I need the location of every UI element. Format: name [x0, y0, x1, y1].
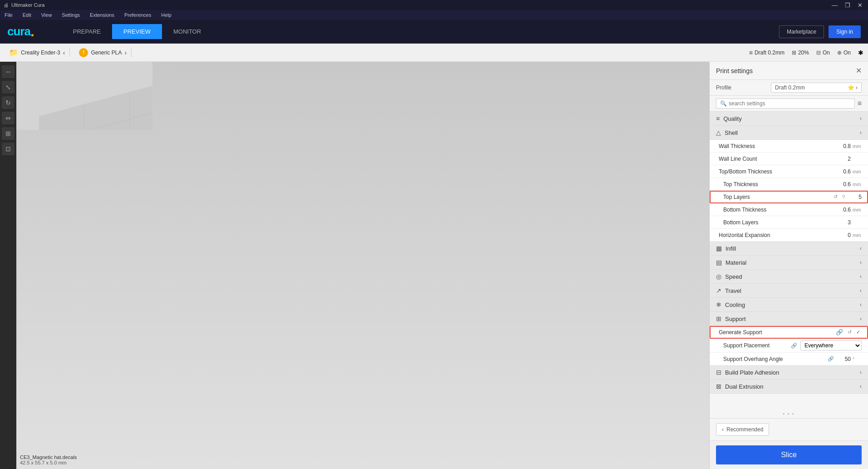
tool-select[interactable]: ⊡	[2, 143, 15, 155]
quality-label: Quality	[723, 115, 741, 122]
quality-arrow: ‹	[860, 115, 862, 122]
support-info: ⊟ On	[816, 49, 830, 56]
signin-button[interactable]: Sign in	[829, 25, 861, 38]
setting-support-angle[interactable]: Support Overhang Angle 🔗 50 °	[710, 353, 868, 365]
support-reset-icon[interactable]: ↺	[846, 329, 853, 336]
category-build-plate[interactable]: ⊟ Build Plate Adhesion ‹	[710, 365, 868, 380]
slice-area: Slice	[710, 440, 868, 469]
top-layers-controls: ↺ ?	[832, 193, 846, 200]
category-support[interactable]: ⊞ Support ›	[710, 312, 868, 326]
dual-extrusion-label: Dual Extrusion	[725, 383, 764, 390]
menu-extensions[interactable]: Extensions	[88, 11, 116, 19]
quality-icon: ≡	[716, 115, 720, 122]
menu-preferences[interactable]: Preferences	[123, 11, 153, 19]
infill-info: ⊞ 20%	[792, 49, 809, 56]
profile-label: Profile	[716, 84, 731, 91]
placement-select[interactable]: Everywhere Touching Buildplate	[800, 341, 862, 351]
left-sidebar: ↔ ⤡ ↻ ⇔ ⊞ ⊡	[0, 62, 16, 469]
dual-extrusion-icon: ⊠	[716, 383, 721, 390]
infill-icon: ⊞	[792, 49, 796, 56]
adhesion-info: ⊕ On	[837, 49, 851, 56]
profile-dropdown[interactable]: Draft 0.2mm ⭐ ›	[771, 83, 862, 93]
support-link-icon[interactable]: 🔗	[834, 328, 844, 336]
titlebar-controls[interactable]: — ❐ ✕	[830, 2, 864, 9]
setting-bottom-layers[interactable]: Bottom Layers 3	[710, 216, 868, 229]
setting-top-thickness[interactable]: Top Thickness 0.6 mm	[710, 178, 868, 191]
tab-monitor[interactable]: MONITOR	[162, 24, 212, 39]
settings-icon[interactable]: ✱	[858, 49, 863, 56]
build-plate-icon: ⊟	[716, 369, 721, 376]
support-icon: ⊟	[816, 49, 821, 56]
logo-dot: .	[30, 23, 34, 40]
menu-help[interactable]: Help	[159, 11, 173, 19]
filter-icon[interactable]: ≡	[858, 99, 862, 108]
panel-close-button[interactable]: ✕	[856, 66, 862, 75]
shell-label: Shell	[725, 129, 738, 136]
tool-support[interactable]: ⊞	[2, 127, 15, 140]
menu-view[interactable]: View	[39, 11, 54, 19]
setting-bottom-thickness[interactable]: Bottom Thickness 0.6 mm	[710, 203, 868, 216]
setting-wall-line-count[interactable]: Wall Line Count 2	[710, 153, 868, 165]
close-button[interactable]: ✕	[856, 2, 864, 9]
support-value: On	[823, 49, 830, 56]
setting-support-placement[interactable]: Support Placement 🔗 Everywhere Touching …	[710, 339, 868, 353]
model-name: CE3_Magnetic hat.decals	[20, 454, 77, 460]
placement-link-icon: 🔗	[790, 342, 799, 349]
search-row: 🔍 ≡	[710, 96, 868, 112]
material-label: Material	[726, 259, 746, 266]
toolbar: 📁 Creality Ender-3 ‹ ! Generic PLA › ≡ D…	[0, 44, 868, 62]
support-check-icon[interactable]: ✓	[855, 329, 862, 336]
tool-move[interactable]: ↔	[2, 65, 15, 78]
category-dual-extrusion[interactable]: ⊠ Dual Extrusion ‹	[710, 380, 868, 394]
travel-label: Travel	[725, 287, 741, 294]
header: cura. PREPARE PREVIEW MONITOR Marketplac…	[0, 20, 868, 44]
model-dims: 42.5 x 55.7 x 5.0 mm	[20, 460, 77, 465]
nav-tabs: PREPARE PREVIEW MONITOR	[62, 24, 212, 39]
search-wrapper[interactable]: 🔍	[716, 99, 855, 109]
support-cat-icon: ⊞	[716, 315, 721, 322]
panel-bottom: ‹ Recommended	[710, 418, 868, 440]
menu-settings[interactable]: Settings	[60, 11, 82, 19]
category-cooling[interactable]: ❄ Cooling ‹	[710, 298, 868, 312]
menu-edit[interactable]: Edit	[21, 11, 33, 19]
header-right: Marketplace Sign in	[779, 25, 861, 38]
placement-select-input[interactable]: Everywhere Touching Buildplate	[800, 341, 862, 351]
viewport-grid	[16, 62, 152, 130]
setting-top-layers[interactable]: Top Layers ↺ ? 5	[710, 191, 868, 203]
tool-scale[interactable]: ⤡	[2, 81, 15, 94]
tool-rotate[interactable]: ↻	[2, 96, 15, 109]
panel-title: Print settings	[716, 67, 753, 74]
marketplace-button[interactable]: Marketplace	[779, 25, 824, 38]
info-top-layers[interactable]: ?	[841, 194, 846, 200]
adhesion-icon: ⊕	[837, 49, 842, 56]
reset-top-layers[interactable]: ↺	[832, 193, 839, 200]
setting-generate-support[interactable]: Generate Support 🔗 ↺ ✓	[710, 326, 868, 339]
dots-separator: • • •	[710, 410, 868, 418]
printer-arrow[interactable]: ‹	[63, 49, 65, 56]
setting-wall-thickness[interactable]: Wall Thickness 0.8 mm	[710, 140, 868, 153]
viewport[interactable]: CE3_Magnetic hat.decals 42.5 x 55.7 x 5.…	[16, 62, 709, 469]
material-arrow[interactable]: ›	[124, 49, 127, 56]
tab-prepare[interactable]: PREPARE	[62, 24, 112, 39]
setting-horizontal-expansion[interactable]: Horizontal Expansion 0 mm	[710, 229, 868, 242]
recommended-button[interactable]: ‹ Recommended	[716, 423, 769, 436]
category-infill[interactable]: ▦ Infill ‹	[710, 242, 868, 256]
tab-preview[interactable]: PREVIEW	[112, 24, 162, 39]
category-quality[interactable]: ≡ Quality ‹	[710, 112, 868, 126]
category-shell[interactable]: △ Shell ›	[710, 126, 868, 140]
angle-link-icon: 🔗	[826, 355, 835, 362]
profile-name: Draft 0.2mm	[755, 49, 785, 56]
category-travel[interactable]: ↗ Travel ‹	[710, 284, 868, 298]
search-input[interactable]	[729, 100, 851, 107]
minimize-button[interactable]: —	[830, 2, 839, 9]
maximize-button[interactable]: ❐	[843, 2, 852, 9]
tool-mirror[interactable]: ⇔	[2, 112, 15, 124]
slice-button[interactable]: Slice	[716, 445, 862, 464]
setting-top-bottom-thickness[interactable]: Top/Bottom Thickness 0.6 mm	[710, 165, 868, 178]
titlebar: 🖨 Ultimaker Cura — ❐ ✕	[0, 0, 868, 10]
settings-list: ≡ Quality ‹ △ Shell › Wall Thickness 0.8…	[710, 112, 868, 410]
category-material[interactable]: ▤ Material ‹	[710, 256, 868, 270]
material-name: Generic PLA	[91, 49, 122, 56]
category-speed[interactable]: ◎ Speed ‹	[710, 270, 868, 284]
menu-file[interactable]: File	[3, 11, 15, 19]
